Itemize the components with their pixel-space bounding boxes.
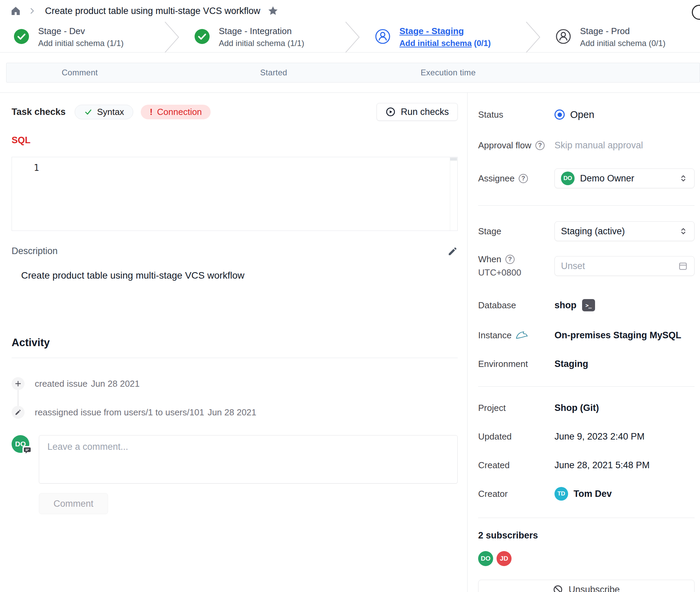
activity-text: reassigned issue from users/1 to users/1…	[35, 407, 204, 417]
run-checks-label: Run checks	[401, 107, 449, 117]
connection-check-label: Connection	[157, 107, 202, 117]
mysql-icon	[516, 331, 528, 340]
breadcrumb-chevron-icon	[28, 7, 36, 15]
created-value: June 28, 2021 5:48 PM	[554, 460, 650, 471]
description-text: Create product table using multi-stage V…	[12, 270, 458, 281]
approval-flow-label: Approval flow	[478, 140, 531, 151]
created-label: Created	[478, 460, 554, 471]
breadcrumb: Create product table using multi-stage V…	[0, 0, 700, 22]
editor-gutter-divider	[450, 157, 450, 231]
approval-flow-value: Skip manual approval	[554, 140, 643, 151]
status-value: Open	[570, 109, 594, 120]
when-label: When	[478, 254, 501, 265]
status-open-radio[interactable]	[554, 109, 565, 120]
star-icon[interactable]	[267, 5, 279, 17]
plus-icon	[12, 377, 25, 390]
stage-task-count: (0/1)	[474, 39, 491, 48]
stage-title: Stage - Staging	[399, 26, 491, 36]
home-icon[interactable]	[10, 5, 21, 16]
sql-console-icon[interactable]: >_	[582, 299, 595, 311]
when-datetime-input[interactable]: Unset	[554, 256, 695, 276]
connection-check-pill[interactable]: ! Connection	[141, 105, 211, 119]
environment-value: Staging	[554, 359, 588, 369]
stage-select-value: Staging (active)	[561, 226, 673, 237]
task-checks-label: Task checks	[12, 107, 66, 117]
stage-select-label: Stage	[478, 226, 554, 237]
stage-item-integration[interactable]: Stage - Integration Add initial schema (…	[181, 26, 344, 48]
stage-task: Add initial schema	[38, 39, 105, 48]
help-icon[interactable]: ?	[505, 255, 515, 264]
creator-avatar: TD	[554, 487, 568, 501]
divider	[478, 205, 695, 206]
description-label: Description	[12, 246, 58, 256]
issue-main-panel: Task checks Syntax ! Connection Run chec…	[0, 93, 468, 592]
assignee-select[interactable]: DO Demo Owner	[554, 168, 695, 188]
stage-pipeline: Stage - Dev Add initial schema (1/1) Sta…	[0, 22, 700, 53]
assignee-label: Assignee	[478, 173, 515, 184]
help-icon[interactable]: ?	[519, 174, 528, 183]
updated-value: June 9, 2023 2:40 PM	[554, 431, 644, 442]
divider	[478, 386, 695, 387]
activity-heading: Activity	[12, 337, 458, 349]
stage-task-count: (1/1)	[287, 39, 304, 48]
timeline-connector	[18, 390, 18, 406]
issue-detail-page: Create product table using multi-stage V…	[0, 0, 700, 592]
column-header-started: Started	[260, 63, 287, 82]
assignee-value: Demo Owner	[580, 173, 673, 184]
stage-person-icon	[556, 29, 571, 46]
play-circle-icon	[385, 107, 396, 117]
task-checks-row: Task checks Syntax ! Connection Run chec…	[12, 103, 458, 121]
chevron-up-down-icon	[679, 226, 688, 236]
comment-submit-button[interactable]: Comment	[39, 493, 108, 514]
environment-label: Environment	[478, 359, 554, 369]
activity-timeline: created issueJun 28 2021 reassigned issu…	[12, 358, 458, 419]
stage-person-icon	[375, 29, 391, 46]
stage-task: Add initial schema	[219, 39, 285, 48]
unsubscribe-button[interactable]: Unsubscribe	[478, 580, 695, 592]
calendar-icon	[678, 261, 688, 271]
sql-line-number: 1	[34, 163, 39, 173]
syntax-check-label: Syntax	[97, 107, 124, 117]
help-icon[interactable]: ?	[535, 141, 545, 150]
database-value: shop	[554, 300, 577, 311]
edit-description-pencil-icon[interactable]	[447, 246, 458, 256]
chevron-up-down-icon	[679, 174, 688, 183]
speech-bubble-badge-icon	[22, 446, 32, 455]
database-label: Database	[478, 300, 554, 311]
creator-label: Creator	[478, 489, 554, 499]
stage-title: Stage - Dev	[38, 26, 124, 36]
issue-sidebar: Status Open Approval flow ? Skip manual …	[468, 93, 700, 592]
ban-icon	[553, 584, 563, 592]
unsubscribe-label: Unsubscribe	[568, 584, 620, 592]
activity-date: Jun 28 2021	[91, 379, 140, 389]
instance-value: On-premises Staging MySQL	[554, 330, 681, 341]
stage-task-count: (0/1)	[649, 39, 665, 48]
instance-label: Instance	[478, 330, 512, 341]
activity-item-created: created issueJun 28 2021	[12, 377, 458, 390]
stage-separator-chevron	[344, 22, 361, 53]
pencil-icon	[12, 406, 25, 419]
subscriber-avatars: DO JD	[478, 551, 695, 566]
activity-date: Jun 28 2021	[208, 407, 256, 417]
comment-input[interactable]	[39, 435, 458, 484]
check-icon	[84, 107, 93, 116]
syntax-check-pill[interactable]: Syntax	[75, 105, 134, 119]
subscriber-avatar: JD	[497, 551, 512, 566]
subscribers-heading: 2 subscribers	[478, 530, 695, 541]
current-user-avatar: DO	[12, 435, 29, 453]
run-checks-button[interactable]: Run checks	[377, 103, 458, 121]
page-title: Create product table using multi-stage V…	[45, 6, 260, 16]
stage-item-prod[interactable]: Stage - Prod Add initial schema (0/1)	[542, 26, 700, 48]
sql-editor[interactable]: 1	[12, 157, 458, 231]
activity-text: created issue	[35, 379, 88, 389]
stage-select[interactable]: Staging (active)	[554, 221, 695, 241]
scrollbar-thumb[interactable]	[450, 158, 457, 161]
when-timezone: UTC+0800	[478, 267, 554, 278]
stage-item-dev[interactable]: Stage - Dev Add initial schema (1/1)	[0, 26, 163, 48]
stage-separator-chevron	[163, 22, 181, 53]
exclamation-icon: !	[150, 107, 153, 117]
stage-task-count: (1/1)	[107, 39, 123, 48]
activity-item-reassigned: reassigned issue from users/1 to users/1…	[12, 406, 458, 419]
stage-item-staging[interactable]: Stage - Staging Add initial schema (0/1)	[361, 26, 524, 48]
stage-done-check-icon	[194, 29, 210, 46]
